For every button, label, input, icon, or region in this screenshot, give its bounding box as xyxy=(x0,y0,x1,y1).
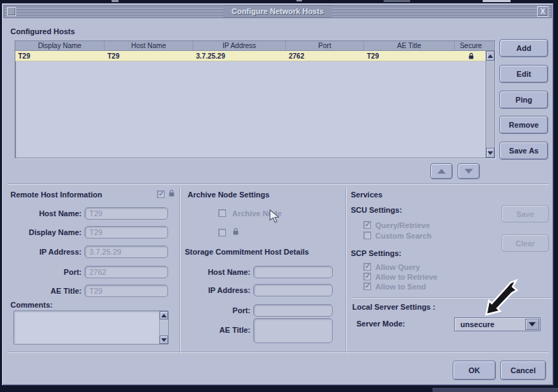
divider xyxy=(8,352,549,352)
scu-settings-title: SCU Settings: xyxy=(351,206,402,214)
screen: { "window": { "title": "Configure Networ… xyxy=(0,0,558,392)
remove-button[interactable]: Remove xyxy=(499,116,548,134)
ae-title-field[interactable]: T29 xyxy=(84,285,168,297)
configured-hosts-label: Configured Hosts xyxy=(10,27,75,36)
allow-query-checkbox[interactable] xyxy=(363,263,371,271)
save-as-button[interactable]: Save As xyxy=(499,142,548,160)
allow-to-retrieve-checkbox[interactable] xyxy=(363,273,371,280)
query-retrieve-label: Query/Retrieve xyxy=(375,221,430,229)
cell-ae-title: T29 xyxy=(364,51,455,61)
mouse-cursor-icon xyxy=(269,209,279,223)
table-scrollbar[interactable] xyxy=(485,51,495,158)
scroll-up-button[interactable] xyxy=(160,311,168,319)
edit-button[interactable]: Edit xyxy=(499,65,548,83)
allow-to-send-label: Allow to Send xyxy=(375,282,426,291)
scroll-down-button[interactable] xyxy=(486,148,495,158)
arrow-down-icon xyxy=(465,169,473,174)
arrow-up-icon xyxy=(437,169,446,174)
save-button[interactable]: Save xyxy=(502,205,549,223)
column-header-display-name: Display Name xyxy=(15,41,105,50)
sc-ae-title-label: AE Title: xyxy=(181,326,250,334)
remote-host-info-title: Remote Host Information xyxy=(10,190,102,199)
column-header-ip-address: IP Address xyxy=(193,41,286,50)
ip-address-label: IP Address: xyxy=(12,248,82,256)
sc-ip-address-label: IP Address: xyxy=(181,286,250,294)
column-header-host-name: Host Name xyxy=(105,41,193,50)
window-menu-icon[interactable] xyxy=(7,7,16,16)
remote-host-lock-checkbox[interactable] xyxy=(157,190,165,198)
local-server-settings-title: Local Server Settings : xyxy=(352,303,435,311)
ping-button[interactable]: Ping xyxy=(499,91,548,109)
background-chrome-fragment xyxy=(432,388,558,392)
chevron-down-icon xyxy=(529,322,536,326)
sc-port-label: Port: xyxy=(181,306,250,315)
configured-hosts-table: Display Name Host Name IP Address Port A… xyxy=(15,40,495,158)
cell-secure xyxy=(455,51,487,61)
cell-ip-address: 3.7.25.29 xyxy=(193,51,286,61)
configure-network-hosts-dialog: Configure Network Hosts X Configured Hos… xyxy=(1,3,554,386)
close-icon[interactable]: X xyxy=(537,6,548,17)
host-name-label: Host Name: xyxy=(12,209,82,218)
comments-label: Comments: xyxy=(10,301,53,309)
port-field[interactable]: 2762 xyxy=(84,266,168,278)
lock-icon xyxy=(168,189,175,197)
comments-textarea[interactable] xyxy=(13,310,169,345)
custom-search-checkbox[interactable] xyxy=(363,232,371,239)
add-button[interactable]: Add xyxy=(499,39,548,57)
server-mode-label: Server Mode: xyxy=(356,319,405,328)
allow-to-retrieve-label: Allow to Retrieve xyxy=(375,273,437,281)
background-chrome-fragment xyxy=(112,0,119,2)
lock-icon xyxy=(232,227,239,236)
scroll-down-icon xyxy=(488,151,493,155)
window-title: Configure Network Hosts xyxy=(223,6,332,17)
sc-host-name-label: Host Name: xyxy=(181,268,250,276)
display-name-field[interactable]: T29 xyxy=(84,226,168,239)
clear-button[interactable]: Clear xyxy=(502,234,549,252)
background-chrome-fragment xyxy=(483,0,511,2)
divider xyxy=(345,186,346,354)
archive-node-settings-title: Archive Node Settings xyxy=(188,190,269,199)
cancel-button[interactable]: Cancel xyxy=(500,361,546,380)
scroll-up-icon xyxy=(161,314,167,317)
server-mode-dropdown[interactable]: unsecure xyxy=(454,317,541,331)
column-header-secure: Secure xyxy=(455,41,487,50)
column-header-ae-title: AE Title xyxy=(364,41,455,50)
services-title: Services xyxy=(351,190,382,199)
query-retrieve-checkbox[interactable] xyxy=(363,221,371,229)
host-name-field[interactable]: T29 xyxy=(84,207,168,220)
archive-lock-checkbox[interactable] xyxy=(218,229,226,236)
sc-port-field[interactable] xyxy=(253,304,333,317)
table-row[interactable]: T29 T29 3.7.25.29 2762 T29 xyxy=(15,51,495,61)
scroll-up-button[interactable] xyxy=(486,51,495,61)
column-header-port: Port xyxy=(286,41,364,50)
scp-settings-title: SCP Settings: xyxy=(351,249,402,257)
allow-to-send-checkbox[interactable] xyxy=(363,282,371,290)
dropdown-button[interactable] xyxy=(525,319,539,330)
background-chrome-fragment xyxy=(384,0,410,2)
cell-host-name: T29 xyxy=(105,51,193,61)
ae-title-label: AE Title: xyxy=(12,287,82,295)
divider xyxy=(8,183,549,184)
annotation-arrow-icon xyxy=(457,278,523,317)
lock-icon xyxy=(468,52,474,60)
archive-node-checkbox[interactable] xyxy=(218,209,226,217)
sc-ae-title-field[interactable] xyxy=(253,318,333,343)
divider xyxy=(179,186,180,354)
ok-button[interactable]: OK xyxy=(453,361,496,380)
port-label: Port: xyxy=(12,268,82,276)
storage-commitment-title: Storage Commitment Host Details xyxy=(185,248,309,256)
comments-scrollbar[interactable] xyxy=(159,311,168,344)
scroll-down-button[interactable] xyxy=(160,336,168,344)
cell-display-name: T29 xyxy=(15,51,105,61)
cell-port: 2762 xyxy=(286,51,364,61)
display-name-label: Display Name: xyxy=(12,228,82,236)
ip-address-field[interactable]: 3.7.25.29 xyxy=(84,246,168,258)
sc-ip-address-field[interactable] xyxy=(253,284,333,296)
move-up-button[interactable] xyxy=(430,163,453,179)
title-bar[interactable]: Configure Network Hosts X xyxy=(3,5,552,18)
move-down-button[interactable] xyxy=(458,163,480,179)
background-chrome-fragment xyxy=(296,0,302,1)
table-header: Display Name Host Name IP Address Port A… xyxy=(15,41,495,51)
custom-search-label: Custom Search xyxy=(375,232,432,240)
sc-host-name-field[interactable] xyxy=(253,266,333,278)
